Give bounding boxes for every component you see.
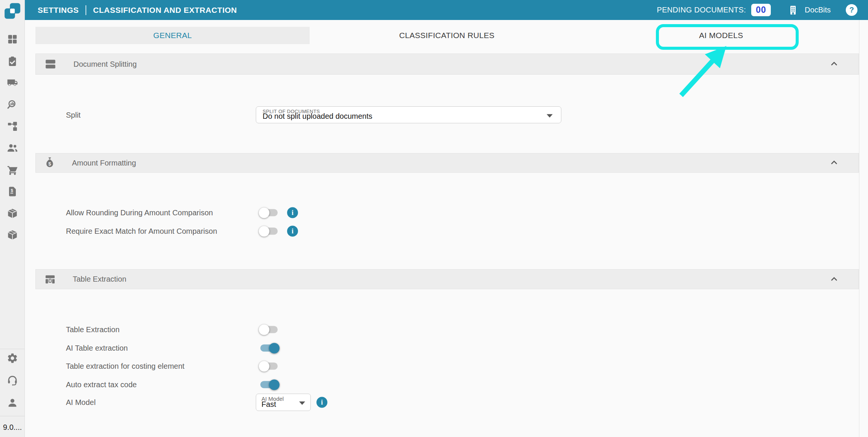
section-title: Amount Formatting: [72, 159, 136, 167]
setting-row: AI Table extraction: [35, 339, 858, 357]
dashboard-grid-icon[interactable]: [7, 34, 18, 45]
setting-label: AI Table extraction: [66, 344, 128, 353]
ai-model-dropdown[interactable]: AI Model Fast: [256, 394, 311, 411]
document-splitting-icon: [44, 58, 57, 71]
app-root: $ 9.0.... SETTINGS CLASSIFICATION AND EX…: [0, 0, 868, 437]
setting-label: Require Exact Match for Amount Compariso…: [66, 227, 217, 236]
docbits-logo-icon[interactable]: [3, 2, 21, 20]
dropdown-selected-value: Fast: [261, 400, 276, 409]
setting-row: Require Exact Match for Amount Compariso…: [35, 222, 858, 240]
auto-extract-tax-code-toggle[interactable]: [260, 381, 278, 388]
brand-name: DocBits: [805, 6, 831, 14]
split-of-documents-dropdown[interactable]: SPLIT OF DOCUMENTS Do not split uploaded…: [256, 106, 561, 123]
require-exact-match-toggle[interactable]: [260, 228, 278, 235]
table-icon: [44, 273, 56, 285]
setting-row: Table Extraction: [35, 320, 858, 339]
section-header-table-extraction[interactable]: Table Extraction: [35, 269, 859, 289]
pending-documents-count: 00: [751, 4, 771, 16]
package-box-icon[interactable]: [7, 208, 18, 219]
collapse-chevron-icon[interactable]: [829, 59, 839, 69]
profile-person-icon[interactable]: [7, 397, 18, 409]
section-title: Document Splitting: [73, 60, 137, 69]
setting-row: Allow Rounding During Amount Comparison: [35, 204, 858, 222]
section-title: Table Extraction: [73, 275, 126, 284]
invoice-document-icon[interactable]: $: [7, 186, 18, 197]
workflow-tree-icon[interactable]: [7, 121, 18, 132]
ai-model-label: AI Model: [66, 398, 96, 407]
split-setting-row: Split SPLIT OF DOCUMENTS Do not split up…: [35, 106, 858, 123]
info-icon[interactable]: [287, 226, 298, 237]
setting-label: Auto extract tax code: [66, 380, 137, 389]
shopping-cart-icon[interactable]: [7, 164, 18, 176]
tab-general[interactable]: GENERAL: [35, 27, 310, 44]
help-icon[interactable]: ?: [846, 4, 857, 16]
shipping-truck-icon[interactable]: [6, 77, 18, 89]
topbar: SETTINGS CLASSIFICATION AND EXTRACTION P…: [25, 0, 868, 20]
toggle-knob: [269, 343, 280, 353]
breadcrumb-divider: [86, 5, 86, 15]
info-icon[interactable]: [316, 397, 327, 408]
collapse-chevron-icon[interactable]: [829, 274, 839, 284]
chevron-down-icon: [547, 114, 553, 117]
ai-model-row: AI Model AI Model Fast: [35, 394, 858, 411]
split-label: Split: [66, 110, 81, 119]
svg-text:$: $: [11, 188, 14, 193]
users-icon[interactable]: [6, 142, 18, 154]
costing-element-toggle[interactable]: [260, 363, 278, 370]
svg-text:$: $: [48, 161, 51, 167]
ai-table-extraction-toggle[interactable]: [260, 345, 278, 352]
page-title: CLASSIFICATION AND EXTRACTION: [93, 6, 237, 15]
dropdown-selected-value: Do not split uploaded documents: [263, 112, 372, 121]
section-header-document-splitting[interactable]: Document Splitting: [35, 54, 859, 75]
section-header-amount-formatting[interactable]: $ Amount Formatting: [35, 153, 859, 173]
chevron-down-icon: [299, 402, 305, 405]
allow-rounding-toggle[interactable]: [260, 209, 278, 216]
settings-gear-icon[interactable]: [7, 353, 18, 364]
content-right-edge: [859, 20, 859, 437]
info-icon[interactable]: [287, 207, 298, 218]
organization-building-icon[interactable]: [787, 5, 799, 16]
money-bag-icon: $: [44, 156, 55, 169]
toggle-knob: [269, 379, 280, 390]
pending-documents-label: PENDING DOCUMENTS:: [657, 6, 746, 14]
sidebar-divider: [0, 349, 24, 349]
package-box-icon[interactable]: [7, 229, 18, 241]
validation-clipboard-icon[interactable]: [7, 56, 18, 67]
setting-label: Table Extraction: [66, 325, 119, 334]
setting-row: Auto extract tax code: [35, 376, 858, 394]
sidebar-divider: [0, 416, 24, 416]
support-headset-icon[interactable]: [7, 375, 18, 386]
toggle-knob: [259, 361, 269, 371]
toggle-knob: [259, 207, 269, 218]
tab-ai-models[interactable]: AI MODELS: [584, 27, 858, 44]
collapse-chevron-icon[interactable]: [829, 158, 839, 168]
table-extraction-toggle[interactable]: [260, 326, 278, 333]
app-version: 9.0....: [3, 423, 22, 432]
settings-tab-bar: GENERAL CLASSIFICATION RULES AI MODELS: [35, 27, 858, 44]
setting-label: Table extraction for costing element: [66, 362, 185, 371]
setting-label: Allow Rounding During Amount Comparison: [66, 209, 213, 217]
sidebar: $ 9.0....: [0, 0, 25, 437]
setting-row: Table extraction for costing element: [35, 357, 858, 375]
tab-classification-rules[interactable]: CLASSIFICATION RULES: [310, 27, 584, 44]
toggle-knob: [259, 226, 269, 236]
toggle-knob: [259, 324, 269, 335]
breadcrumb-settings: SETTINGS: [38, 6, 79, 15]
search-analytics-icon[interactable]: [7, 99, 18, 110]
